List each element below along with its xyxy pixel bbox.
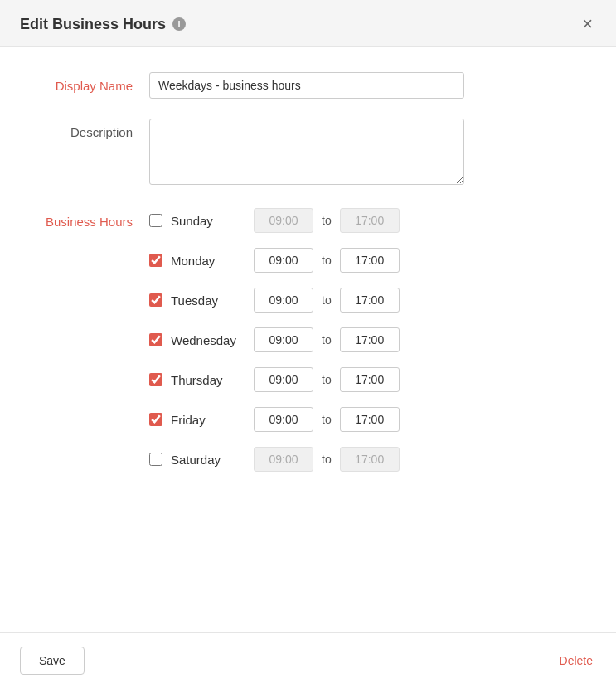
end-time-wednesday[interactable] [340, 327, 400, 352]
start-time-thursday[interactable] [254, 367, 313, 392]
title-row: Edit Business Hours i [20, 16, 186, 33]
to-label-saturday: to [322, 453, 332, 466]
save-button[interactable]: Save [20, 647, 85, 675]
end-time-friday[interactable] [340, 407, 400, 432]
day-name-wednesday: Wednesday [171, 333, 245, 347]
display-name-input[interactable] [149, 72, 464, 99]
to-label-thursday: to [322, 373, 332, 386]
checkbox-tuesday[interactable] [149, 293, 162, 307]
day-row-wednesday: Wednesdayto [149, 327, 583, 352]
day-name-saturday: Saturday [171, 453, 245, 467]
display-name-row: Display Name [33, 72, 583, 99]
checkbox-wednesday[interactable] [149, 333, 162, 346]
day-name-friday: Friday [171, 413, 245, 427]
modal-body: Display Name Description Business Hours … [0, 47, 616, 632]
description-row: Description [33, 119, 583, 188]
business-hours-section: Business Hours SundaytoMondaytoTuesdayto… [33, 208, 583, 487]
day-row-sunday: Sundayto [149, 208, 583, 233]
day-name-tuesday: Tuesday [171, 293, 245, 308]
modal-header: Edit Business Hours i × [0, 0, 616, 47]
checkbox-friday[interactable] [149, 413, 162, 426]
end-time-thursday[interactable] [340, 367, 400, 392]
day-name-monday: Monday [171, 254, 245, 268]
day-row-monday: Mondayto [149, 248, 583, 273]
to-label-wednesday: to [322, 333, 332, 346]
end-time-saturday [340, 447, 400, 472]
day-name-sunday: Sunday [171, 214, 245, 228]
edit-business-hours-modal: Edit Business Hours i × Display Name Des… [0, 0, 616, 688]
checkbox-saturday[interactable] [149, 453, 162, 466]
modal-footer: Save Delete [0, 632, 616, 688]
to-label-sunday: to [322, 214, 332, 227]
start-time-tuesday[interactable] [254, 288, 313, 313]
display-name-control [149, 72, 464, 99]
days-list: SundaytoMondaytoTuesdaytoWednesdaytoThur… [149, 208, 583, 487]
to-label-tuesday: to [322, 293, 332, 307]
end-time-tuesday[interactable] [340, 288, 400, 313]
close-button[interactable]: × [579, 15, 596, 33]
description-label: Description [33, 119, 149, 139]
display-name-label: Display Name [33, 72, 149, 93]
start-time-monday[interactable] [254, 248, 313, 273]
description-input[interactable] [149, 119, 464, 185]
day-row-thursday: Thursdayto [149, 367, 583, 392]
end-time-monday[interactable] [340, 248, 400, 273]
modal-title: Edit Business Hours [20, 16, 166, 33]
to-label-monday: to [322, 254, 332, 267]
start-time-wednesday[interactable] [254, 327, 313, 352]
delete-button[interactable]: Delete [556, 647, 596, 674]
info-icon[interactable]: i [172, 17, 186, 31]
business-hours-label: Business Hours [33, 208, 149, 229]
start-time-friday[interactable] [254, 407, 313, 432]
day-row-friday: Fridayto [149, 407, 583, 432]
day-row-tuesday: Tuesdayto [149, 288, 583, 313]
to-label-friday: to [322, 413, 332, 426]
start-time-sunday [254, 208, 313, 233]
end-time-sunday [340, 208, 400, 233]
checkbox-monday[interactable] [149, 254, 162, 267]
day-row-saturday: Saturdayto [149, 447, 583, 472]
start-time-saturday [254, 447, 313, 472]
description-control [149, 119, 464, 188]
checkbox-sunday[interactable] [149, 214, 162, 227]
checkbox-thursday[interactable] [149, 373, 162, 386]
day-name-thursday: Thursday [171, 373, 245, 387]
